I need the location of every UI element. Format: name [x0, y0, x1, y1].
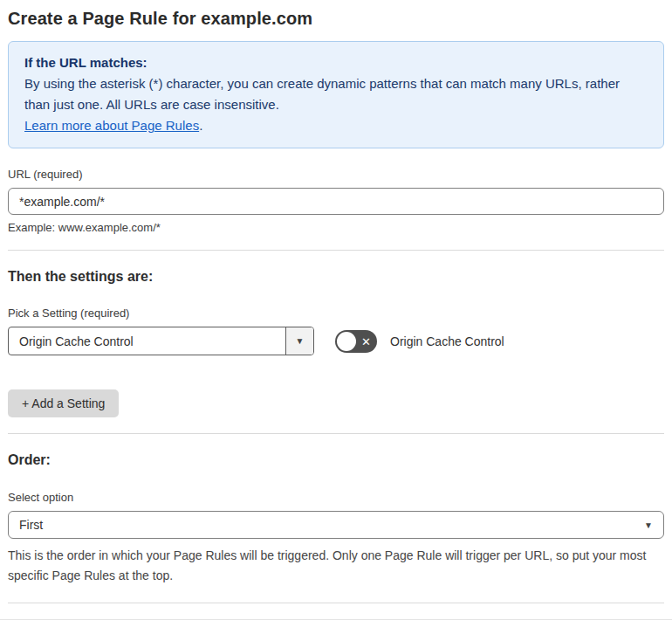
order-helper-text: This is the order in which your Page Rul… [8, 546, 658, 586]
setting-dropdown-button[interactable]: ▼ [285, 327, 313, 355]
chevron-down-icon: ▼ [296, 336, 305, 346]
order-select-value: First [19, 518, 43, 532]
url-input[interactable] [8, 188, 664, 215]
chevron-down-icon: ▼ [644, 520, 653, 530]
toggle-knob [337, 332, 356, 351]
origin-cache-control-toggle[interactable]: ✕ [335, 330, 377, 353]
link-suffix: . [199, 118, 202, 133]
url-label: URL (required) [8, 168, 664, 181]
url-example-helper: Example: www.example.com/* [8, 221, 664, 234]
toggle-off-x-icon: ✕ [361, 335, 371, 347]
settings-heading: Then the settings are: [8, 269, 664, 285]
setting-dropdown[interactable]: Origin Cache Control ▼ [8, 327, 314, 355]
setting-dropdown-value: Origin Cache Control [9, 327, 285, 355]
order-select[interactable]: First ▼ [8, 511, 664, 539]
info-box-heading: If the URL matches: [24, 52, 648, 73]
select-option-label: Select option [8, 491, 664, 504]
info-box-link-line: Learn more about Page Rules. [24, 115, 648, 136]
info-box-body: By using the asterisk (*) character, you… [24, 73, 648, 115]
url-match-info-box: If the URL matches: By using the asteris… [8, 41, 664, 148]
add-setting-button[interactable]: + Add a Setting [8, 389, 119, 417]
order-heading: Order: [8, 452, 664, 468]
setting-row: Origin Cache Control ▼ ✕ Origin Cache Co… [8, 327, 664, 355]
page-title: Create a Page Rule for example.com [8, 9, 664, 29]
page-rule-form: Create a Page Rule for example.com If th… [0, 0, 672, 620]
divider [8, 433, 664, 434]
learn-more-link[interactable]: Learn more about Page Rules [24, 118, 199, 133]
divider [8, 250, 664, 251]
pick-setting-label: Pick a Setting (required) [8, 307, 664, 320]
divider [8, 603, 664, 603]
toggle-label: Origin Cache Control [390, 334, 504, 348]
